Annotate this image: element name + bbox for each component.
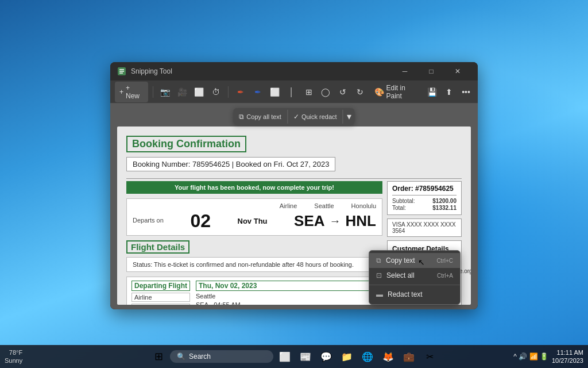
route-arrow-icon: →: [330, 214, 341, 228]
weather-temp: 78°F: [5, 348, 22, 356]
booking-number-value: 785954625: [192, 160, 230, 168]
pen-icon-btn[interactable]: ✒: [250, 84, 265, 100]
start-button[interactable]: ⊞: [149, 347, 168, 366]
departing-airline: Airline: [131, 293, 190, 302]
content-area: ⧉ Copy all text ✓ Quick redact ▾ Booking…: [110, 103, 478, 309]
redact-text-label: Redact text: [388, 290, 423, 298]
departs-day: Nov Thu: [238, 217, 268, 225]
context-separator: [369, 285, 460, 285]
paint-icon: 🎨: [374, 87, 384, 97]
flight-details-title: Flight Details: [126, 240, 189, 254]
maximize-button[interactable]: □: [418, 62, 444, 80]
quick-redact-button[interactable]: ✓ Quick redact: [288, 110, 343, 124]
booking-number-label: Booking Number:: [133, 160, 190, 168]
taskbar-search[interactable]: 🔍 Search: [170, 350, 273, 363]
ctx-redact-left: ▬ Redact text: [376, 290, 423, 298]
toolbar: + + New 📷 🎥 ⬜ ⏱ ✒ ✒ ⬜ │ ⊞ ◯ ↺ ↻ 🎨 Edit i…: [110, 80, 478, 103]
order-divider: [392, 195, 457, 195]
close-button[interactable]: ✕: [444, 62, 471, 80]
departing-right: Thu, Nov 02, 2023 Seattle SEA - 04:55 AM: [196, 281, 377, 305]
rect-icon-btn[interactable]: ⬜: [192, 84, 207, 100]
toolbar-separator: [153, 86, 153, 98]
select-all-icon: ⊡: [376, 271, 382, 279]
edit-in-paint-button[interactable]: 🎨 Edit in Paint: [370, 82, 423, 102]
visa-box: VISA XXXX XXXX XXXX 3564: [387, 218, 462, 237]
copy-all-text-label: Copy all text: [246, 113, 281, 120]
departing-date: Thu, Nov 02, 2023: [196, 281, 377, 291]
new-button[interactable]: + + New: [115, 82, 148, 102]
departing-code-time: SEA - 04:55 AM: [196, 301, 377, 305]
new-label: + New: [126, 84, 144, 100]
booking-date: |: [232, 160, 236, 168]
quick-redact-dropdown[interactable]: ▾: [343, 108, 355, 125]
titlebar: Snipping Tool ─ □ ✕: [110, 62, 478, 80]
timer-icon-btn[interactable]: ⏱: [209, 84, 224, 100]
clock-info: 11:11 AM 10/27/2023: [552, 348, 583, 365]
window-controls: ─ □ ✕: [392, 62, 471, 80]
departs-date: 02: [190, 210, 211, 232]
firefox-button[interactable]: 🦊: [379, 347, 397, 366]
copy-all-text-button[interactable]: ⧉ Copy all text: [233, 110, 288, 124]
widgets-button[interactable]: 📰: [296, 347, 315, 366]
redo-btn[interactable]: ↻: [353, 84, 368, 100]
booked-banner: Your flight has been booked, now complet…: [126, 181, 382, 194]
system-tray-icons: ^ 🔊 📶 🔋: [513, 352, 548, 361]
booking-confirmation-title: Booking Confirmation: [126, 136, 246, 152]
edge-button[interactable]: 🌐: [358, 347, 377, 366]
order-box: Order: #785954625 Subtotal: $1200.00 Tot…: [387, 181, 462, 215]
context-menu: ⧉ Copy text Ctrl+C ⊡ Select all Ctrl+A ▬…: [369, 250, 461, 305]
booked-date: Booked on Fri. Oct 27, 2023: [236, 160, 330, 168]
left-panel: Your flight has been booked, now complet…: [126, 181, 382, 305]
airline-header: Airline: [280, 202, 297, 209]
taskbar: 78°F Sunny ⊞ 🔍 Search ⬜ 📰 💬 📁 🌐 🦊 💼 ✂ ^ …: [0, 345, 588, 368]
redact-icon: ▬: [376, 290, 383, 298]
context-redact-text[interactable]: ▬ Redact text: [369, 287, 460, 302]
departs-row: Departs on 02 Nov Thu SEA → HNL: [133, 210, 376, 232]
departing-flight-label: Departing Flight: [131, 281, 190, 291]
departs-label: Departs on: [133, 217, 164, 226]
save-icon-btn[interactable]: 💾: [425, 84, 439, 100]
teams-button[interactable]: 💼: [400, 347, 418, 366]
line-icon-btn[interactable]: │: [284, 84, 299, 100]
departing-flight-section: Departing Flight Airline Flight 7934 Bus…: [126, 277, 382, 305]
floating-toolbar: ⧉ Copy all text ✓ Quick redact ▾: [233, 108, 354, 125]
camera-icon-btn[interactable]: 📷: [158, 84, 173, 100]
eraser-icon-btn[interactable]: ⬜: [267, 84, 282, 100]
departs-to: HNL: [346, 212, 376, 230]
copy-text-label: Copy text: [386, 256, 415, 264]
weather-condition: Sunny: [5, 356, 22, 365]
search-placeholder: Search: [189, 352, 211, 361]
departs-route: SEA → HNL: [294, 212, 376, 230]
explorer-button[interactable]: 📁: [338, 347, 356, 366]
weather-info: 78°F Sunny: [5, 348, 22, 365]
context-select-all[interactable]: ⊡ Select all Ctrl+A: [369, 268, 460, 283]
snipping-taskbar-icon[interactable]: ✂: [420, 347, 439, 366]
circle-icon-btn[interactable]: ◯: [318, 84, 333, 100]
order-number: Order: #785954625: [392, 185, 457, 193]
toolbar-separator-2: [228, 86, 229, 98]
snipping-tool-window: Snipping Tool ─ □ ✕ + + New 📷 🎥 ⬜ ⏱ ✒ ✒ …: [110, 62, 478, 309]
toolbar-right: 🎨 Edit in Paint 💾 ⬆ •••: [370, 82, 474, 102]
undo-btn[interactable]: ↺: [335, 84, 350, 100]
context-copy-text[interactable]: ⧉ Copy text Ctrl+C: [369, 253, 460, 268]
share-icon-btn[interactable]: ⬆: [442, 84, 457, 100]
departing-flight-num: Flight 7934: [131, 304, 190, 305]
check-icon: ✓: [293, 113, 299, 121]
minimize-button[interactable]: ─: [392, 62, 418, 80]
snipping-tool-icon: [117, 67, 126, 76]
divider: [126, 178, 462, 179]
taskbar-center: ⊞ 🔍 Search ⬜ 📰 💬 📁 🌐 🦊 💼 ✂: [149, 347, 439, 366]
video-icon-btn[interactable]: 🎥: [175, 84, 189, 100]
pen-red-icon-btn[interactable]: ✒: [233, 84, 248, 100]
taskbar-left: 78°F Sunny: [5, 348, 22, 365]
copy-shortcut: Ctrl+C: [436, 258, 453, 264]
departs-headers: Airline Seattle Honolulu: [133, 202, 376, 209]
select-shortcut: Ctrl+A: [437, 273, 453, 279]
more-icon-btn[interactable]: •••: [459, 84, 473, 100]
taskview-button[interactable]: ⬜: [276, 347, 294, 366]
chat-button[interactable]: 💬: [317, 347, 335, 366]
edit-paint-label: Edit in Paint: [386, 84, 419, 100]
crop-icon-btn[interactable]: ⊞: [301, 84, 316, 100]
subtotal-row: Subtotal: $1200.00: [392, 198, 457, 204]
status-bar: Status: This e-ticket is confirmed and n…: [126, 257, 382, 272]
